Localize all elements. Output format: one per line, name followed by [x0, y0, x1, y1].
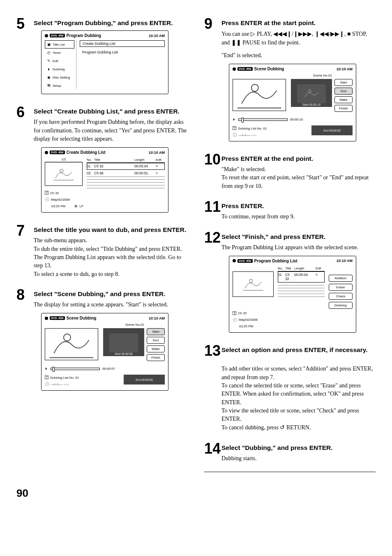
start-button[interactable]: Start: [334, 79, 353, 86]
make-button[interactable]: Make: [334, 96, 353, 103]
step-10: 10 Press ENTER at the end point. "Make" …: [204, 152, 376, 195]
text: You can use: [221, 31, 251, 37]
disc-icon: [45, 34, 48, 37]
step-14: 14 Select "Dubbing," and press ENTER. Du…: [204, 441, 376, 467]
table-row: [278, 291, 325, 294]
setup-icon: 🛠: [46, 83, 51, 88]
option-program-dubbing-list[interactable]: Program Dubbing List: [80, 49, 165, 55]
table-row[interactable]: 01 Ch 32 00:05:04 >: [278, 271, 325, 283]
page-number: 90: [16, 487, 376, 500]
sidebar-item-title-list[interactable]: ▣Title List: [45, 40, 74, 49]
sidebar-item-disc-setting[interactable]: ◉Disc Setting: [45, 73, 74, 81]
dub-list-date: ---/--/---- --:--: [51, 382, 69, 386]
progress-knob[interactable]: [242, 118, 244, 123]
sidebar-item-label: Title List: [53, 43, 65, 46]
make-button[interactable]: Make: [147, 345, 165, 352]
table-row: [87, 177, 165, 180]
figure-skate-icon: [233, 77, 286, 112]
erase-button[interactable]: Erase: [329, 284, 353, 291]
progress-bar[interactable]: [51, 368, 100, 370]
figure-skate-icon: [301, 87, 322, 101]
addition-button[interactable]: Addition: [329, 275, 353, 282]
sidebar-item-dubbing[interactable]: ⏵Dubbing: [45, 65, 74, 73]
col-title: Title: [94, 158, 134, 162]
finish-button[interactable]: Finish: [147, 354, 165, 361]
section-divider: [204, 472, 376, 472]
cell-title: Ch 32: [94, 164, 134, 168]
scene-main-thumb: [45, 328, 98, 360]
end-button[interactable]: End: [147, 337, 165, 344]
sidebar-item-edit[interactable]: ✎Edit: [45, 57, 74, 65]
scene-start-preview: Start 00:00:00: [103, 328, 144, 356]
step-title: Press ENTER at the start point.: [221, 19, 376, 27]
table-row[interactable]: 02 Ch 96 00:00:51 >: [87, 170, 165, 177]
title-icon: 🅃: [233, 126, 236, 130]
progress-time: 00:00:07: [102, 367, 115, 371]
playhead-icon: ⏵: [45, 367, 48, 371]
text: PAUSE to find the point.: [241, 39, 300, 46]
option-create-dubbing-list[interactable]: Create Dubbing List: [80, 40, 165, 47]
step-description: The display for setting a scene appears.…: [34, 301, 188, 309]
end-button[interactable]: End: [334, 88, 353, 95]
col-length: Length: [134, 158, 156, 162]
slow-fwd-icon: ❙▶▶▶: [293, 30, 312, 37]
finish-button[interactable]: Finish: [334, 105, 353, 112]
disc-icon: [45, 317, 48, 320]
dub-list-name: Dubbing List No. 01: [50, 376, 79, 380]
clock-icon: 🕘: [233, 133, 237, 137]
step-number: 13: [204, 343, 221, 358]
meta-date: May/02/2006: [239, 318, 258, 322]
panel-time: 10:10 AM: [337, 259, 353, 263]
cell-edit: >: [156, 171, 165, 175]
dubbing-button[interactable]: Dubbing: [329, 302, 353, 309]
step-description: If you have performed Program Dubbing be…: [34, 118, 188, 143]
text: PLAY,: [255, 31, 273, 37]
dvd-badge: DVD -RW: [50, 34, 65, 37]
title-list-header: No. Title Length Edit: [278, 266, 325, 271]
sidebar-item-timer[interactable]: ◴Timer: [45, 49, 74, 57]
meta-time: 03:25 PM: [51, 204, 65, 208]
progress-bar[interactable]: [238, 118, 288, 121]
create-dubbing-list-panel: DVD -RW Create Dubbing List 10:10 AM 1/2: [41, 147, 168, 213]
progress-knob[interactable]: [53, 367, 55, 372]
step-5: 5 Select "Program Dubbing," and press EN…: [16, 16, 188, 100]
sidebar-item-label: Edit: [53, 59, 58, 63]
step-title: Select "Scene Dubbing," and press ENTER.: [34, 290, 188, 298]
step-9: 9 Press ENTER at the start point. You ca…: [204, 16, 376, 147]
cell-title: Ch 32: [285, 273, 294, 281]
sidebar-item-label: Dubbing: [53, 67, 65, 71]
step-description: To add other titles or scenes, select "A…: [221, 357, 376, 432]
step-description: To continue, repeat from step 9.: [221, 213, 376, 221]
svg-point-6: [309, 90, 311, 93]
title-icon: 🅃: [233, 311, 236, 315]
start-button[interactable]: Start: [147, 328, 165, 335]
step-description: The sub-menu appears. To dub the entire …: [34, 236, 188, 278]
svg-point-2: [64, 334, 71, 341]
thumbnail: [45, 162, 83, 186]
disc-setting-icon: ◉: [46, 75, 51, 80]
dubbing-icon: ⏵: [46, 67, 51, 72]
figure-skate-icon: [51, 166, 76, 182]
thumbnail: [233, 271, 274, 297]
svg-point-4: [251, 84, 258, 91]
table-row[interactable]: 01 Ch 32 00:05:04 >: [87, 163, 165, 170]
step-description: The Program Dubbing List appears with th…: [221, 243, 376, 252]
sidebar-item-label: Setup: [53, 84, 61, 88]
start-time-label: Start 00:00:00: [115, 352, 133, 355]
title-icon: 🅃: [45, 191, 48, 195]
check-button[interactable]: Check: [329, 293, 353, 300]
text: To add other titles or scenes, select "A…: [221, 366, 373, 431]
step-title: Select "Program Dubbing," and press ENTE…: [34, 19, 188, 27]
text: RETURN.: [285, 424, 311, 431]
cell-no: 02: [87, 171, 94, 175]
clock-icon: 🕘: [45, 382, 49, 386]
scene-dubbing-panel-end: DVD -RW Scene Dubbing 10:10 AM Scene No.…: [229, 64, 356, 141]
sidebar-item-setup[interactable]: 🛠Setup: [45, 81, 74, 90]
cell-title: Ch 96: [94, 171, 134, 175]
playhead-icon: ⏵: [233, 118, 236, 121]
step-number: 7: [16, 223, 34, 238]
step-number: 10: [204, 152, 221, 167]
dvd-badge: DVD -RW: [50, 316, 65, 320]
step-number: 6: [16, 105, 34, 120]
scene-dubbing-panel-start: DVD -RW Scene Dubbing 10:10 AM Scene No.…: [41, 313, 168, 391]
